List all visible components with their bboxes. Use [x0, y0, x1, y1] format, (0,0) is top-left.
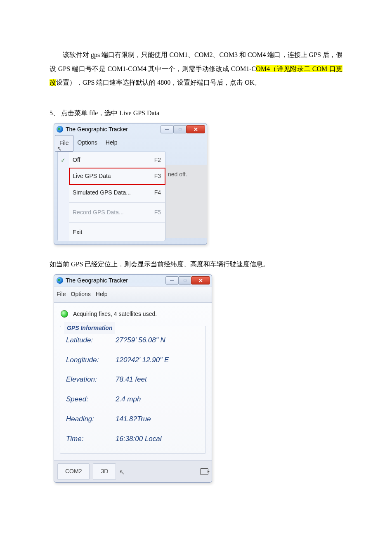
menubar: File ↖ Options Help — [54, 135, 207, 151]
menu-options[interactable]: Options — [71, 288, 91, 300]
menu-file[interactable]: File — [57, 288, 66, 300]
maximize-button[interactable]: ▭ — [178, 276, 191, 285]
note-paragraph: 如当前 GPS 已经定位上，则会显示当前经纬度、高度和车辆行驶速度信息。 — [50, 257, 342, 271]
menu-options[interactable]: Options — [73, 135, 102, 151]
window-controls: — ▭ ✕ — [161, 125, 205, 133]
para1-b: 设置），GPS 端口速率选择默认的 4800，设置好端口号后，点击 OK。 — [56, 79, 261, 86]
value-heading: 141.8?True — [116, 412, 200, 427]
intro-paragraph: 该软件对 gps 端口有限制，只能使用 COM1、COM2、COM3 和 COM… — [50, 48, 342, 90]
minimize-button[interactable]: — — [165, 276, 179, 285]
tracker-window-menu: The Geographic Tracker — ▭ ✕ File ↖ Opti… — [54, 123, 207, 244]
label-longitude: Longitude: — [66, 353, 116, 368]
value-longitude: 120?42' 12.90" E — [116, 353, 200, 368]
label-speed: Speed: — [66, 392, 116, 407]
check-icon: ✓ — [61, 154, 66, 160]
close-button[interactable]: ✕ — [191, 276, 210, 285]
window-controls: — ▭ ✕ — [166, 276, 210, 285]
status-text: Acquiring fixes, 4 satellites used. — [73, 308, 157, 320]
value-elevation: 78.41 feet — [116, 372, 200, 387]
menu-help[interactable]: Help — [96, 288, 108, 300]
minimize-button[interactable]: — — [161, 125, 174, 133]
label-elevation: Elevation: — [66, 372, 116, 387]
file-dropdown: ✓ Off F2 Live GPS Data F3 Simulated GPS … — [57, 152, 165, 241]
menu-item-simulated-gps[interactable]: Simulated GPS Data... F4 — [69, 185, 165, 201]
gps-info-group: GPS Information Latitude: 27?59' 56.08" … — [60, 326, 206, 454]
window-title: The Geographic Tracker — [66, 123, 161, 135]
window-title: The Geographic Tracker — [66, 275, 166, 287]
row-longitude: Longitude: 120?42' 12.90" E — [66, 350, 200, 370]
value-time: 16:38:00 Local — [116, 432, 200, 446]
close-icon: ✕ — [194, 127, 198, 132]
tray-icon — [200, 468, 208, 475]
status-led-icon — [61, 310, 68, 318]
label-heading: Heading: — [66, 412, 116, 427]
menu-help[interactable]: Help — [102, 135, 122, 151]
titlebar: The Geographic Tracker — ▭ ✕ — [54, 123, 207, 135]
menu-separator — [69, 222, 165, 223]
close-button[interactable]: ✕ — [186, 125, 205, 133]
label-time: Time: — [66, 432, 116, 446]
statusbar: COM2 3D ↖ — [54, 460, 212, 482]
value-speed: 2.4 mph — [116, 392, 200, 407]
tracker-window-info: The Geographic Tracker — ▭ ✕ File Option… — [54, 274, 212, 482]
menu-item-live-gps[interactable]: Live GPS Data F3 — [69, 168, 165, 184]
arrow-cursor-icon: ↖ — [119, 465, 125, 479]
status-com: COM2 — [57, 463, 90, 479]
status-row: Acquiring fixes, 4 satellites used. — [59, 306, 207, 324]
status-mode: 3D — [93, 463, 116, 479]
label-latitude: Latitude: — [66, 333, 116, 348]
step-5: 5、 点击菜单 file，选中 Live GPS Data — [50, 106, 342, 120]
titlebar: The Geographic Tracker — ▭ ✕ — [54, 275, 212, 286]
menu-item-exit[interactable]: Exit — [69, 224, 165, 240]
maximize-button[interactable]: ▭ — [173, 125, 187, 133]
menu-separator — [69, 202, 165, 203]
app-globe-icon — [57, 277, 63, 284]
row-time: Time: 16:38:00 Local — [66, 429, 200, 449]
menu-file[interactable]: File ↖ — [55, 135, 73, 151]
background-text: ned off. — [165, 165, 207, 238]
menu-item-record-gps: Record GPS Data... F5 — [69, 204, 165, 221]
row-speed: Speed: 2.4 mph — [66, 389, 200, 409]
value-latitude: 27?59' 56.08" N — [116, 333, 200, 348]
dropdown-gutter: ✓ — [58, 152, 69, 241]
row-elevation: Elevation: 78.41 feet — [66, 370, 200, 389]
app-globe-icon — [57, 126, 63, 133]
group-title: GPS Information — [64, 322, 115, 334]
row-heading: Heading: 141.8?True — [66, 409, 200, 429]
menubar: File Options Help — [54, 286, 212, 302]
content-pane: Acquiring fixes, 4 satellites used. GPS … — [54, 303, 212, 461]
menu-item-off[interactable]: Off F2 — [69, 152, 165, 168]
close-icon: ✕ — [198, 278, 203, 283]
